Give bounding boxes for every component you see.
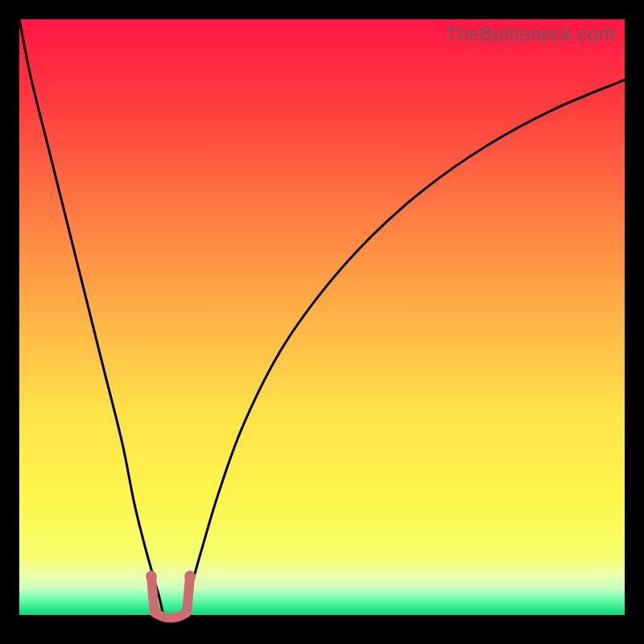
watermark-text: TheBottleneck.com — [445, 23, 615, 45]
chart-frame: TheBottleneck.com — [19, 19, 625, 625]
bottleneck-gradient-background — [19, 19, 625, 615]
svg-rect-0 — [19, 19, 625, 615]
